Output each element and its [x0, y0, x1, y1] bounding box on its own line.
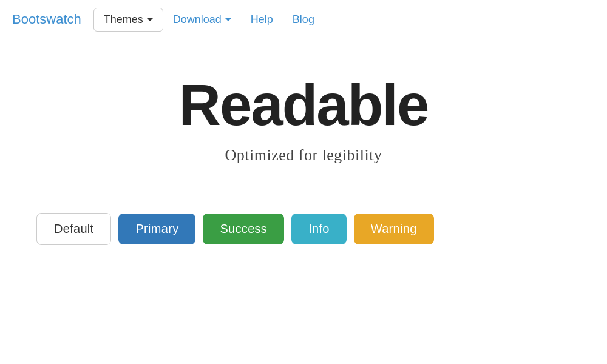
hero-title: Readable [179, 76, 429, 134]
buttons-section: Default Primary Success Info Warning [0, 195, 607, 263]
navbar: Bootswatch Themes Download Help Blog [0, 0, 607, 39]
nav-blog[interactable]: Blog [283, 8, 324, 31]
btn-default[interactable]: Default [36, 213, 111, 245]
nav-download[interactable]: Download [163, 8, 241, 31]
nav-themes[interactable]: Themes [93, 8, 163, 32]
nav-download-label: Download [173, 13, 222, 26]
hero-section: Readable Optimized for legibility [0, 39, 607, 189]
btn-warning[interactable]: Warning [354, 214, 434, 244]
hero-subtitle: Optimized for legibility [225, 146, 382, 164]
btn-info[interactable]: Info [291, 214, 347, 244]
btn-primary[interactable]: Primary [118, 214, 195, 244]
nav-themes-label: Themes [104, 13, 143, 26]
btn-success[interactable]: Success [203, 214, 284, 244]
nav-help[interactable]: Help [241, 8, 283, 31]
nav-help-label: Help [251, 13, 273, 26]
nav-blog-label: Blog [293, 13, 314, 26]
chevron-down-icon [225, 18, 231, 21]
chevron-down-icon [147, 18, 153, 21]
brand-link[interactable]: Bootswatch [12, 12, 81, 27]
